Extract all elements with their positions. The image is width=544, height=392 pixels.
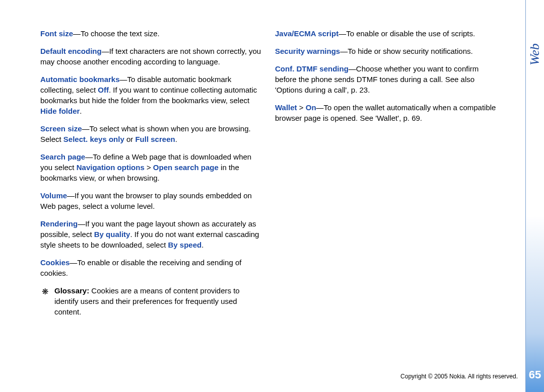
item-rendering: Rendering—If you want the page layout sh… xyxy=(40,218,262,250)
keyword-on: On xyxy=(306,103,316,112)
keyword: Volume xyxy=(40,191,67,200)
left-column: Font size—To choose the text size. Defau… xyxy=(40,28,262,317)
item-conf-dtmf: Conf. DTMF sending—Choose whether you wa… xyxy=(275,63,497,95)
keyword: Search page xyxy=(40,152,85,161)
keyword-navigation-options: Navigation options xyxy=(77,163,145,172)
text: —To hide or show security notifications. xyxy=(340,47,472,55)
item-automatic-bookmarks: Automatic bookmarks—To disable automatic… xyxy=(40,74,262,116)
text: —To enable or disable the receiving and … xyxy=(40,258,241,277)
keyword-off: Off xyxy=(98,86,109,94)
keyword: Conf. DTMF sending xyxy=(275,64,349,73)
keyword: Default encoding xyxy=(40,47,102,55)
item-font-size: Font size—To choose the text size. xyxy=(40,28,262,39)
glossary-icon xyxy=(40,286,49,295)
content-columns: Font size—To choose the text size. Defau… xyxy=(40,28,544,317)
text: —If you want the browser to play sounds … xyxy=(40,191,252,210)
item-volume: Volume—If you want the browser to play s… xyxy=(40,190,262,211)
item-default-encoding: Default encoding—If text characters are … xyxy=(40,46,262,67)
text: . xyxy=(80,107,82,115)
keyword: Screen size xyxy=(40,124,82,133)
item-security-warnings: Security warnings—To hide or show securi… xyxy=(275,46,497,56)
item-cookies: Cookies—To enable or disable the receivi… xyxy=(40,257,262,278)
text: —To enable or disable the use of scripts… xyxy=(338,29,475,38)
document-page: Font size—To choose the text size. Defau… xyxy=(0,0,544,392)
keyword-hide-folder: Hide folder xyxy=(40,107,80,115)
item-java-ecma: Java/ECMA script—To enable or disable th… xyxy=(275,28,497,39)
glossary-text: Glossary: Cookies are a means of content… xyxy=(54,285,262,317)
keyword: Security warnings xyxy=(275,47,340,55)
text: . xyxy=(175,135,177,143)
keyword: Font size xyxy=(40,29,73,38)
glossary-label: Glossary: xyxy=(54,286,89,295)
item-wallet: Wallet > On—To open the wallet automatic… xyxy=(275,102,497,123)
keyword-by-speed: By speed xyxy=(168,241,202,249)
keyword-open-search-page: Open search page xyxy=(153,163,219,172)
keyword: Cookies xyxy=(40,258,70,267)
side-tab: Web 65 xyxy=(525,0,544,392)
keyword: Rendering xyxy=(40,219,78,228)
keyword-full-screen: Full screen xyxy=(135,135,175,143)
item-search-page: Search page—To define a Web page that is… xyxy=(40,151,262,183)
text: > xyxy=(145,163,153,172)
section-label: Web xyxy=(526,43,544,65)
text: . xyxy=(201,241,203,249)
keyword: Automatic bookmarks xyxy=(40,75,120,84)
keyword: Java/ECMA script xyxy=(275,29,338,38)
keyword-select-keys-only: Select. keys only xyxy=(63,135,124,143)
page-number: 65 xyxy=(526,367,544,383)
item-screen-size: Screen size—To select what is shown when… xyxy=(40,123,262,144)
glossary-block: Glossary: Cookies are a means of content… xyxy=(40,285,262,317)
keyword-by-quality: By quality xyxy=(94,230,130,239)
copyright: Copyright © 2005 Nokia. All rights reser… xyxy=(400,372,518,381)
keyword-wallet: Wallet xyxy=(275,103,297,112)
text: or xyxy=(124,135,135,143)
right-column: Java/ECMA script—To enable or disable th… xyxy=(275,28,497,317)
text: —To choose the text size. xyxy=(73,29,160,38)
text: > xyxy=(297,103,306,112)
